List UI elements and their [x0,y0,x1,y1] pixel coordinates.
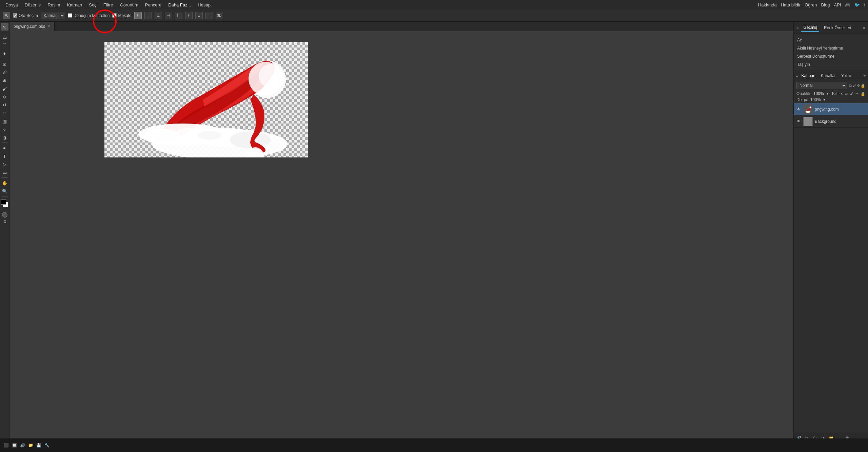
tool-sep-1 [2,32,8,32]
taskbar-icon-5[interactable]: 🔧 [43,442,50,449]
tab-close-btn[interactable]: ✕ [47,24,50,29]
lock-icon-small-2[interactable]: 🖌 [850,92,853,96]
crop-tool[interactable]: ⊡ [1,60,8,68]
download-icon-btn[interactable]: ⬇ [134,12,142,19]
history-brush-tool[interactable]: ↺ [1,101,8,109]
menu-resim[interactable]: Resim [45,2,63,8]
layer-thumb-0 [803,105,813,114]
history-item-3[interactable]: Taşıyın [796,60,865,69]
align-center-h-btn[interactable]: ⊢ [175,12,182,19]
lasso-tool[interactable]: ⌒ [1,42,8,49]
align-left-btn[interactable]: ⊣ [165,12,172,19]
healing-tool[interactable]: ⊕ [1,77,8,84]
blend-mode-select[interactable]: Normal Dissolve Multiply Screen Overlay [796,82,847,89]
quick-select-tool[interactable]: ✦ [1,50,8,57]
layer-item-1[interactable]: 👁 Background [794,115,868,128]
menu-blog[interactable]: Blog [821,2,830,7]
taskbar-icon-1[interactable]: 🔲 [11,442,18,449]
quick-mask-btn[interactable] [2,212,7,218]
layer-tab-kanallar[interactable]: Kanallar [819,73,838,79]
menu-pencere[interactable]: Pencere [142,2,164,8]
menu-social-2[interactable]: 🐦 [854,2,860,7]
move-tool[interactable]: ↖ [1,23,8,31]
menu-dosya[interactable]: Dosya [3,2,21,8]
panel-tab-renk[interactable]: Renk Örnekleri [822,24,853,32]
lock-icon-small-4[interactable]: 🔒 [861,92,865,96]
opacity-dropdown-icon[interactable]: ▼ [826,92,829,95]
screen-mode-btn[interactable]: ⊡ [3,220,6,223]
distance-checkbox[interactable] [112,13,117,18]
fill-value[interactable]: 100% [810,97,821,102]
layer-select[interactable]: Katman [41,12,65,19]
auto-select-checkbox[interactable] [13,13,17,18]
align-top-btn[interactable]: ⊤ [144,12,152,19]
menu-social-3[interactable]: f [864,2,865,7]
layer-vis-0[interactable]: 👁 [796,107,801,112]
lock-icon-small-3[interactable]: ✛ [855,92,859,96]
layer-name-0: pngwing.com [815,107,866,112]
eraser-tool[interactable]: ◻ [1,109,8,117]
menu-hakkinda[interactable]: Hakkında [758,2,777,7]
3d-btn[interactable]: 3D [216,12,223,19]
blur-tool[interactable]: ○ [1,126,8,133]
align-center-v-btn[interactable]: ≡ [195,12,203,19]
brush-tool[interactable]: 🖌 [1,85,8,92]
panel-tab-gecmis[interactable]: Geçmiş [801,24,819,32]
layer-options-btn[interactable]: » [864,73,866,78]
taskbar-icon-0[interactable]: ⬛ [3,442,9,449]
lock-position-icon[interactable]: ✛ [857,83,860,88]
history-item-1[interactable]: Akıllı Nesneyi Yerleştirme [796,44,865,52]
lock-icon-small[interactable]: ⧉ [845,92,848,96]
panel-expand-icon-left[interactable]: ≡ [796,26,798,30]
zoom-tool[interactable]: 🔍 [1,187,8,195]
fill-row: Dolgu: 100% ▼ [794,97,868,103]
menu-duzenle[interactable]: Düzenle [22,2,44,8]
menu-katman[interactable]: Katman [64,2,85,8]
layer-tab-katman[interactable]: Katman [799,73,817,79]
path-selection-tool[interactable]: ▷ [1,161,8,168]
menu-filtre[interactable]: Filtre [101,2,116,8]
history-item-2[interactable]: Serbest Dönüştürme [796,52,865,60]
align-right-btn[interactable]: ⊧ [185,12,193,19]
move-tool-options[interactable]: ↖ [3,12,10,19]
canvas-document [104,42,308,157]
shape-tool[interactable]: ▭ [1,169,8,176]
transform-checkbox[interactable] [68,13,72,18]
menu-api[interactable]: API [834,2,841,7]
align-bottom-btn[interactable]: ⊥ [155,12,162,19]
menu-hata-bildir[interactable]: Hata bildir [781,2,801,7]
fill-dropdown-icon[interactable]: ▼ [823,98,826,101]
opacity-value[interactable]: 100% [813,91,824,96]
menu-social-1[interactable]: 🎮 [845,2,850,7]
lock-image-icon[interactable]: 🖌 [852,83,856,88]
hand-tool[interactable]: ✋ [1,179,8,187]
tool-sep-5 [2,196,8,196]
menu-daha-faz[interactable]: Daha Faz... [165,2,194,8]
menu-ogren[interactable]: Öğren [805,2,817,7]
layer-vis-1[interactable]: 👁 [796,119,801,124]
taskbar-icon-4[interactable]: 💾 [35,442,42,449]
taskbar-icon-3[interactable]: 📁 [27,442,34,449]
layer-tab-yollar[interactable]: Yollar [839,73,853,79]
taskbar-icon-2[interactable]: 🔊 [19,442,26,449]
gradient-tool[interactable]: ▥ [1,117,8,125]
lock-transparent-icon[interactable]: ⧉ [849,83,852,88]
dodge-tool[interactable]: ◑ [1,134,8,141]
menu-sec[interactable]: Seç [86,2,99,8]
history-item-0[interactable]: Aç [796,36,865,44]
pen-tool[interactable]: ✒ [1,144,8,152]
fg-color-swatch[interactable] [1,199,6,205]
menu-gorunum[interactable]: Görünüm [117,2,141,8]
panel-collapse-btn[interactable]: » [863,25,865,30]
text-tool[interactable]: T [1,152,8,160]
marquee-tool[interactable]: ▭ [1,34,8,41]
distribute-btn[interactable]: ⋮ [205,12,213,19]
main-layout: ↖ ▭ ⌒ ✦ ⊡ 🖊 ⊕ 🖌 ⊙ ↺ ◻ ▥ ○ ◑ ✒ T ▷ ▭ ✋ 🔍 … [0,22,868,442]
document-tab[interactable]: pngwing.com.psd ✕ [9,22,55,31]
menu-hesap[interactable]: Hesap [195,2,213,8]
layer-item-0[interactable]: 👁 pngwing.com [794,103,868,115]
stamp-tool[interactable]: ⊙ [1,93,8,100]
eyedropper-tool[interactable]: 🖊 [1,69,8,76]
lock-all-icon[interactable]: 🔒 [861,83,865,88]
layer-expand-icon[interactable]: ≡ [796,74,798,78]
